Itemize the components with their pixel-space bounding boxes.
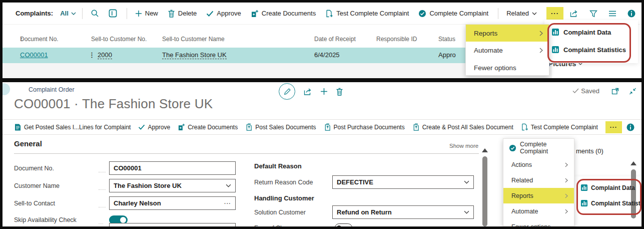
factbox-scrollbar-up-arrow[interactable] (630, 161, 636, 165)
factbox-tab-partial[interactable]: ments (0) (576, 147, 603, 155)
more-options-button[interactable]: ··· (605, 121, 622, 133)
posting-date-input[interactable]: 6/4/2025 (109, 223, 236, 226)
show-more-link[interactable]: Show more (449, 143, 478, 149)
document-post-icon (245, 123, 253, 131)
chevron-right-icon (565, 209, 568, 214)
circle-check-icon (418, 10, 426, 18)
column-sell-to-customer-no[interactable]: Sell-to Customer No. (91, 36, 147, 43)
free-of-charge-toggle[interactable] (335, 223, 352, 226)
card-action-bar: Get Posted Sales I...Lines for Complaint… (3, 119, 641, 135)
chevron-down-icon[interactable] (464, 210, 469, 214)
menu-item-automate[interactable]: Automate (503, 203, 574, 219)
scrollbar-up-arrow[interactable] (482, 148, 488, 152)
column-date-of-receipt[interactable]: Date of Receipt (314, 36, 356, 43)
related-dropdown-menu: Reports Automate Fewer options (465, 24, 549, 76)
divider (127, 8, 127, 19)
plus-icon (135, 10, 142, 17)
complaint-order-page: Complaint Order Saved CO00001 · The Fash… (3, 82, 641, 226)
post-sales-documents-button[interactable]: Post Sales Documents (245, 123, 316, 131)
approve-button[interactable]: Approve (206, 10, 241, 17)
customer-name-input[interactable]: The Fashion Store UK (109, 179, 236, 192)
complete-complaint-button[interactable]: Complete Complaint (418, 10, 488, 18)
share-icon[interactable] (303, 88, 312, 96)
delete-button[interactable]: Delete (168, 10, 197, 18)
menu-item-related[interactable]: Related (503, 172, 574, 188)
page-title: CO00001 · The Fashion Store UK (14, 96, 213, 112)
create-documents-button[interactable]: Create Documents (178, 123, 238, 131)
document-arrow-icon (325, 10, 333, 18)
column-sell-to-customer-name[interactable]: Sell-to Customer Name (162, 36, 225, 43)
info-icon[interactable] (626, 123, 634, 131)
analyze-button[interactable] (109, 9, 117, 18)
row-sell-to-no[interactable]: 2000 (98, 51, 112, 59)
save-status: Saved (572, 87, 599, 95)
get-posted-sales-lines-button[interactable]: Get Posted Sales I...Lines for Complaint (14, 123, 131, 131)
edit-button[interactable] (279, 83, 295, 100)
table-header: Document No. ↑ Sell-to Customer No. Sell… (3, 36, 466, 48)
return-reason-input[interactable]: DEFECTIVE (332, 175, 474, 189)
field-sell-to-contact: Sell-to Contact Charley Nelson ··· (14, 196, 236, 210)
menu-item-actions[interactable]: Actions (503, 157, 574, 172)
collapse-icon[interactable] (629, 88, 636, 95)
filter-icon[interactable] (589, 10, 597, 18)
solution-customer-input[interactable]: Refund on Return (332, 205, 474, 219)
row-document-no-link[interactable]: CO00001 (20, 51, 48, 59)
chevron-right-icon (539, 31, 543, 36)
new-button[interactable]: New (135, 10, 158, 17)
post-purchase-documents-button[interactable]: Post Purchase Documents (324, 123, 405, 131)
create-documents-button[interactable]: Create Documents (251, 10, 316, 18)
menu-item-automate[interactable]: Automate (466, 42, 549, 59)
open-in-window-icon[interactable] (611, 88, 619, 95)
document-no-input[interactable]: CO00001 (109, 161, 236, 175)
submenu-complaint-statistics[interactable]: Complaint Statistics (551, 46, 626, 54)
lookup-ellipsis-icon[interactable]: ··· (224, 200, 231, 206)
list-view-icon[interactable] (608, 11, 616, 17)
chevron-right-icon (565, 193, 568, 198)
card-header-actions (279, 83, 343, 100)
chevron-down-icon[interactable] (226, 184, 231, 187)
trash-icon[interactable] (336, 88, 343, 96)
field-solution-customer: Solution Customer Refund on Return (254, 205, 473, 219)
create-post-all-sales-button[interactable]: Create & Post All Sales Document (412, 123, 513, 131)
share-icon[interactable] (569, 10, 578, 18)
section-divider (14, 153, 479, 154)
complaints-list-page: Complaints: All New Delete (3, 3, 641, 78)
menu-item-complete-complaint[interactable]: Complete Complaint (503, 139, 574, 157)
sort-ascending-icon: ↑ (20, 36, 23, 43)
analyze-icon (109, 9, 117, 18)
window-controls (611, 88, 636, 95)
test-complete-complaint-button[interactable]: Test Complete Complaint (521, 123, 598, 131)
submenu-complaint-data[interactable]: Complaint Data (551, 28, 611, 36)
chevron-down-icon[interactable] (464, 180, 469, 184)
row-sell-to-name[interactable]: The Fashion Store UK (162, 51, 227, 59)
scrollbar-thumb[interactable] (482, 156, 487, 226)
default-reason-group-heading: Default Reason (254, 162, 302, 170)
approve-button[interactable]: Approve (138, 124, 170, 131)
view-filter-all[interactable]: All (60, 10, 76, 17)
test-complete-complaint-button[interactable]: Test Complete Complaint (325, 10, 409, 18)
plus-icon[interactable] (320, 88, 328, 95)
row-context-menu-icon[interactable]: ⋮ (89, 51, 96, 59)
document-plus-icon (178, 123, 185, 131)
menu-item-fewer-options[interactable]: Fewer options (466, 59, 549, 76)
factbox-scrollbar-thumb[interactable] (631, 169, 636, 218)
search-button[interactable] (91, 9, 99, 18)
report-icon (551, 46, 559, 54)
sell-to-contact-input[interactable]: Charley Nelson ··· (109, 196, 236, 210)
column-responsible-id[interactable]: Responsible ID (376, 36, 417, 43)
column-status[interactable]: Status (438, 36, 455, 43)
menu-item-fewer-options[interactable]: Fewer options (503, 219, 574, 226)
row-status-partial: Appro (438, 51, 456, 59)
screenshot-frame: Complaints: All New Delete (0, 0, 644, 229)
submenu-complaint-statistics[interactable]: Complaint Statistics (580, 199, 641, 207)
info-icon[interactable] (627, 10, 635, 18)
submenu-complaint-data[interactable]: Complaint Data (580, 184, 635, 191)
related-menu-button[interactable]: Related (506, 10, 537, 17)
page-caption: Complaints: (16, 10, 53, 17)
menu-item-reports[interactable]: Reports (466, 25, 549, 42)
menu-item-reports[interactable]: Reports (503, 188, 574, 203)
divider (498, 8, 498, 19)
field-customer-name: Customer Name The Fashion Store UK (14, 179, 236, 192)
app-badge (3, 83, 10, 95)
more-options-button[interactable]: ··· (546, 7, 563, 20)
